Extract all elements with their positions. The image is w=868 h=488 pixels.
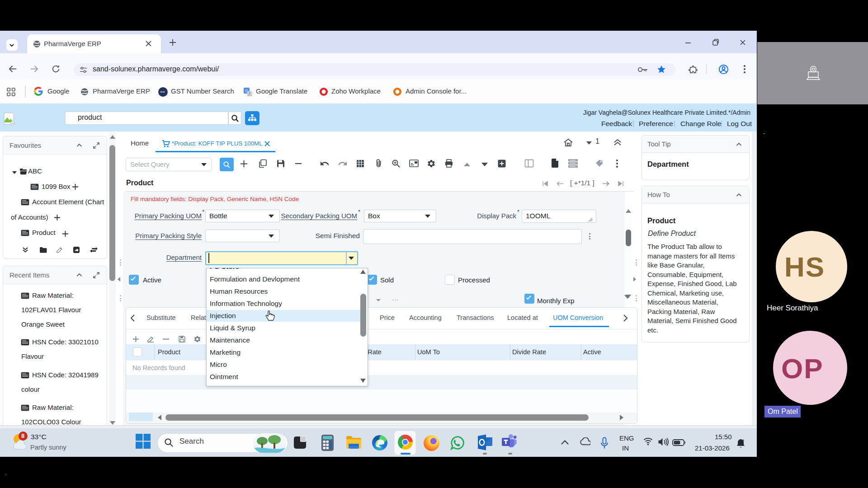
svg-text:z: z bbox=[742, 438, 744, 442]
svg-text:文: 文 bbox=[248, 92, 251, 96]
